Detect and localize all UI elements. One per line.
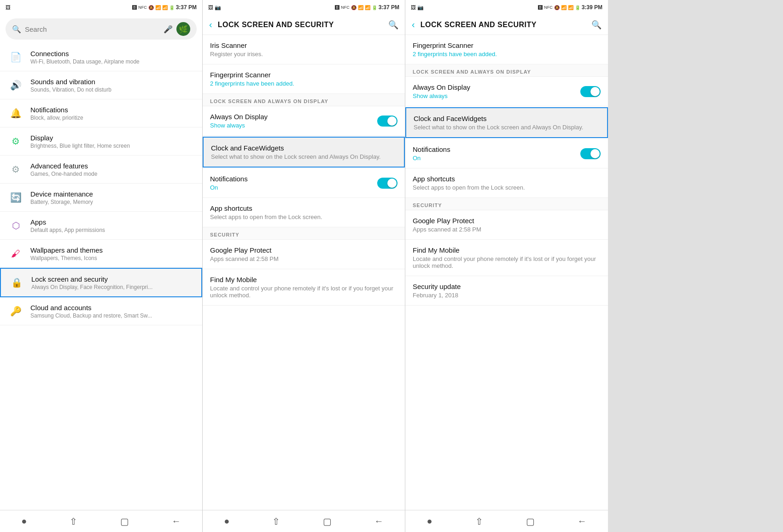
aod-toggle[interactable]: [377, 116, 397, 127]
nav-recent-1[interactable]: ⇧: [70, 516, 77, 527]
status-bar-3: 🖼 📷 🅱 NFC 🔕 📶 📶 🔋 3:39 PM: [405, 0, 608, 15]
list-item-securityupdate-3[interactable]: Security update February 1, 2018: [405, 276, 608, 306]
list-item-fingerprint[interactable]: Fingerprint Scanner 2 fingerprints have …: [203, 64, 405, 94]
search-bar[interactable]: 🔍 🎤 🌿: [6, 18, 197, 40]
nav-home-1[interactable]: ●: [21, 516, 27, 526]
list-item-aod[interactable]: Always On Display Show always: [203, 106, 405, 136]
advanced-icon: ⚙: [7, 161, 24, 178]
notifications-title-2: Notifications: [210, 175, 248, 183]
sidebar-item-cloud[interactable]: 🔑 Cloud and accounts Samsung Cloud, Back…: [0, 297, 202, 325]
aod-row: Always On Display Show always: [210, 113, 397, 129]
back-button-2[interactable]: ‹: [209, 19, 212, 30]
wifi-icon: 📶: [155, 5, 161, 10]
signal-icon-2: 📶: [365, 5, 370, 10]
notifications-row: Notifications On: [210, 175, 397, 191]
nav-square-1[interactable]: ▢: [120, 516, 129, 527]
list-item-findmymobile-3[interactable]: Find My Mobile Locate and control your p…: [405, 240, 608, 276]
nav-home-2[interactable]: ●: [224, 516, 229, 526]
bottom-nav-2: ● ⇧ ▢ ←: [203, 510, 405, 532]
status-left-2: 🖼 📷: [208, 5, 221, 11]
notifications-toggle[interactable]: [377, 178, 397, 189]
nav-square-2[interactable]: ▢: [323, 516, 332, 527]
signal-icon: 📶: [162, 5, 168, 10]
aod-toggle-3[interactable]: [580, 86, 601, 97]
lockscreen-text: Lock screen and security Always On Displ…: [31, 275, 194, 290]
googleplay-sub: Apps scanned at 2:58 PM: [210, 255, 397, 262]
time-display-3: 3:39 PM: [582, 4, 602, 11]
list-item-fingerprint-3[interactable]: Fingerprint Scanner 2 fingerprints have …: [405, 35, 608, 64]
back-button-3[interactable]: ‹: [412, 19, 415, 30]
panel-3-list: Fingerprint Scanner 2 fingerprints have …: [405, 35, 608, 510]
list-item-notifications[interactable]: Notifications On: [203, 168, 405, 198]
list-item-iris[interactable]: Iris Scanner Register your irises.: [203, 35, 405, 64]
wallpapers-text: Wallpapers and themes Wallpapers, Themes…: [30, 246, 195, 261]
notifications-row-3: Notifications On: [413, 145, 601, 162]
panel-2-header: ‹ LOCK SCREEN AND SECURITY 🔍: [203, 15, 405, 35]
list-item-googleplay-3[interactable]: Google Play Protect Apps scanned at 2:58…: [405, 210, 608, 240]
status-right-3: 🅱 NFC 🔕 📶 📶 🔋 3:39 PM: [538, 4, 602, 11]
nav-recent-2[interactable]: ⇧: [272, 516, 280, 527]
list-item-clockwidgets[interactable]: Clock and FaceWidgets Select what to sho…: [203, 137, 405, 168]
nav-home-3[interactable]: ●: [427, 516, 432, 526]
sidebar-item-notifications[interactable]: 🔔 Notifications Block, allow, prioritize: [0, 99, 202, 127]
list-item-appshortcuts[interactable]: App shortcuts Select apps to open from t…: [203, 198, 405, 227]
aod-title-3: Always On Display: [413, 83, 470, 91]
panel-2: 🖼 📷 🅱 NFC 🔕 📶 📶 🔋 3:37 PM ‹ LOCK SCREEN …: [203, 0, 405, 532]
avatar: 🌿: [176, 22, 190, 36]
background-gap: [608, 0, 783, 532]
search-icon: 🔍: [12, 25, 21, 34]
advanced-text: Advanced features Games, One-handed mode: [30, 162, 195, 177]
display-title: Display: [30, 134, 195, 142]
googleplay-title: Google Play Protect: [210, 246, 397, 254]
sidebar-item-apps[interactable]: ⬡ Apps Default apps, App permissions: [0, 212, 202, 240]
wifi-icon-3: 📶: [561, 5, 567, 10]
lockscreen-title: Lock screen and security: [31, 275, 194, 283]
sidebar-item-device[interactable]: 🔄 Device maintenance Battery, Storage, M…: [0, 184, 202, 212]
fingerprint-title: Fingerprint Scanner: [210, 71, 397, 79]
bt-icon-2: 🅱: [335, 5, 339, 10]
notifications-toggle-3[interactable]: [580, 148, 601, 159]
nav-recent-3[interactable]: ⇧: [475, 516, 483, 527]
list-item-notifications-3[interactable]: Notifications On: [405, 139, 608, 168]
sidebar-item-display[interactable]: ⚙ Display Brightness, Blue light filter,…: [0, 127, 202, 156]
list-item-aod-3[interactable]: Always On Display Show always: [405, 77, 608, 106]
notifications-title-3: Notifications: [413, 145, 450, 153]
wallpapers-title: Wallpapers and themes: [30, 246, 195, 254]
nav-back-3[interactable]: ←: [577, 516, 586, 526]
wifi-icon-2: 📶: [358, 5, 363, 10]
bt-icon: 🅱: [132, 5, 137, 10]
search-input[interactable]: [25, 25, 160, 33]
fingerprint-sub-3: 2 fingerprints have been added.: [413, 51, 601, 58]
sounds-title: Sounds and vibration: [30, 78, 195, 86]
battery-icon-2: 🔋: [372, 5, 377, 10]
notifications-sub-2: On: [210, 184, 248, 191]
list-item-googleplay[interactable]: Google Play Protect Apps scanned at 2:58…: [203, 240, 405, 269]
nfc-icon-2: NFC: [341, 5, 350, 10]
status-bar-1: 🖼 🅱 NFC 🔕 📶 📶 🔋 3:37 PM: [0, 0, 202, 15]
search-icon-2[interactable]: 🔍: [388, 20, 398, 30]
notifications-text-3: Notifications On: [413, 145, 450, 162]
sidebar-item-lockscreen[interactable]: 🔒 Lock screen and security Always On Dis…: [0, 268, 202, 297]
search-icon-3[interactable]: 🔍: [591, 20, 602, 30]
nav-back-2[interactable]: ←: [374, 516, 384, 526]
notifications-title: Notifications: [30, 106, 195, 114]
mic-icon[interactable]: 🎤: [164, 25, 173, 34]
sidebar-item-sounds[interactable]: 🔊 Sounds and vibration Sounds, Vibration…: [0, 71, 202, 99]
sidebar-item-advanced[interactable]: ⚙ Advanced features Games, One-handed mo…: [0, 156, 202, 184]
iris-sub: Register your irises.: [210, 51, 397, 58]
panel-3: 🖼 📷 🅱 NFC 🔕 📶 📶 🔋 3:39 PM ‹ LOCK SCREEN …: [405, 0, 608, 532]
fingerprint-sub: 2 fingerprints have been added.: [210, 80, 397, 87]
list-item-findmymobile[interactable]: Find My Mobile Locate and control your p…: [203, 269, 405, 306]
device-sub: Battery, Storage, Memory: [30, 199, 195, 205]
aod-sub-3: Show always: [413, 93, 470, 99]
sidebar-item-connections[interactable]: 📄 Connections Wi-Fi, Bluetooth, Data usa…: [0, 43, 202, 71]
list-item-appshortcuts-3[interactable]: App shortcuts Select apps to open from t…: [405, 168, 608, 198]
nav-back-1[interactable]: ←: [172, 516, 181, 526]
advanced-sub: Games, One-handed mode: [30, 171, 195, 177]
device-text: Device maintenance Battery, Storage, Mem…: [30, 190, 195, 205]
list-item-clockwidgets-3[interactable]: Clock and FaceWidgets Select what to sho…: [405, 107, 608, 138]
sidebar-item-wallpapers[interactable]: 🖌 Wallpapers and themes Wallpapers, Them…: [0, 240, 202, 268]
cloud-text: Cloud and accounts Samsung Cloud, Backup…: [30, 304, 195, 319]
nav-square-3[interactable]: ▢: [526, 516, 535, 527]
fingerprint-title-3: Fingerprint Scanner: [413, 41, 601, 49]
